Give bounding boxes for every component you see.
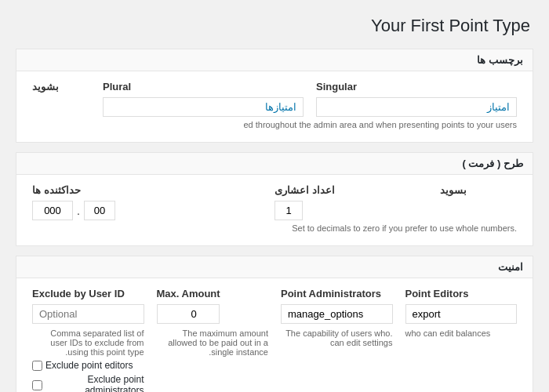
exclude-userid-input[interactable] (32, 304, 144, 324)
point-admins-col: Point Administrators .The capability of … (274, 288, 399, 347)
point-editors-input[interactable] (405, 304, 518, 324)
security-section-header: امنیت (16, 256, 533, 278)
format-field2[interactable] (32, 201, 73, 220)
point-editors-col: Point Editors who can edit balances (399, 288, 524, 338)
labels-hint: ed throughout the admin area and when pr… (26, 117, 523, 136)
max-amount-col: Max. Amount The maximum amount allowed t… (151, 288, 275, 357)
format-become-col: بسوید (434, 184, 523, 201)
decimal-count-col: اعداد اعشاری (268, 184, 434, 220)
point-admins-input[interactable] (281, 304, 393, 324)
exclude-admins-row: Exclude point administrators (32, 374, 144, 392)
page-title: Your First Point Type (16, 16, 533, 36)
max-amount-label: Max. Amount (157, 288, 220, 299)
exclude-editors-row: Exclude point editors (32, 360, 133, 371)
point-admins-hint: .The capability of users who can edit se… (281, 328, 393, 347)
max-col: حداکثنده ها . (26, 184, 268, 220)
plural-input[interactable] (103, 97, 304, 117)
format-field3[interactable] (84, 201, 115, 220)
singular-col: Singular (310, 81, 523, 117)
point-editors-hint: who can edit balances (405, 328, 491, 338)
exclude-admins-checkbox[interactable] (32, 380, 42, 390)
max-amount-input[interactable] (157, 304, 220, 324)
singular-label: Singular (316, 81, 357, 93)
exclude-checkboxes: Exclude point editors Exclude point admi… (32, 360, 144, 392)
format-hint: .Set to decimals to zero if you prefer t… (26, 220, 523, 239)
exclude-userid-hint: Comma separated list of user IDs to excl… (32, 328, 144, 357)
format-section-header: طرح ( فرمت ) (16, 153, 533, 175)
plural-col: Plural (96, 81, 310, 117)
labels-section-header: برچسب ها (16, 49, 533, 71)
plural-label: Plural (103, 81, 131, 93)
max-amount-hint: The maximum amount allowed to be paid ou… (157, 328, 269, 357)
exclude-userid-label: Exclude by User ID (32, 288, 125, 299)
exclude-admins-label: Exclude point administrators (45, 374, 144, 392)
labels-section: برچسب ها Singular Plural بشوید ed throug… (16, 49, 533, 143)
format-become-label: بسوید (440, 184, 467, 196)
become-label: بشوید (32, 81, 59, 93)
decimal-field1[interactable] (274, 201, 303, 220)
decimal-separator: . (75, 205, 82, 217)
exclude-userid-col: Exclude by User ID Comma separated list … (26, 288, 151, 392)
point-editors-label: Point Editors (405, 288, 469, 299)
decimal-count-label: اعداد اعشاری (274, 184, 335, 196)
singular-input[interactable] (316, 97, 517, 117)
exclude-editors-checkbox[interactable] (32, 361, 42, 371)
format-section: طرح ( فرمت ) بسوید اعداد اعشاری حداکثنده… (16, 152, 533, 246)
point-admins-label: Point Administrators (281, 288, 381, 299)
become-col: بشوید (26, 81, 96, 117)
exclude-editors-label: Exclude point editors (45, 360, 133, 371)
security-section: امنیت Point Editors who can edit balance… (16, 256, 533, 392)
max-label: حداکثنده ها (32, 184, 81, 196)
